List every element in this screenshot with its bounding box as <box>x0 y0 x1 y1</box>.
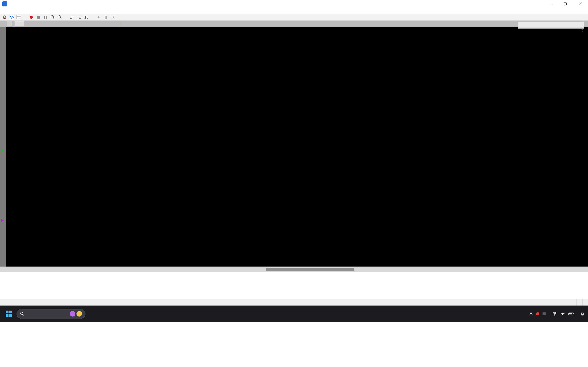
search-icon <box>20 312 24 316</box>
status-bar <box>0 299 588 306</box>
zoom-in-icon <box>50 15 55 19</box>
scrollbar-thumb[interactable] <box>266 268 355 271</box>
pause-icon <box>44 16 47 19</box>
minimize-button[interactable] <box>543 0 558 8</box>
close-button[interactable] <box>573 0 588 8</box>
scroll-down-icon[interactable]: ▼ <box>581 30 583 33</box>
gear-icon: ⚙ <box>2 15 7 19</box>
legend-scrollbar[interactable]: ▲ ▼ <box>580 27 584 28</box>
pause-icon <box>104 16 107 19</box>
wifi-icon[interactable] <box>552 312 557 316</box>
tray-expand-icon[interactable] <box>529 313 533 315</box>
windows-taskbar <box>0 306 588 322</box>
watch-table-button[interactable] <box>16 15 22 20</box>
minimize-icon <box>548 2 552 6</box>
sampling-start-button[interactable] <box>28 15 34 20</box>
stop-icon <box>37 16 40 19</box>
taskbar-search-box[interactable] <box>17 309 86 319</box>
trigger-rising-button[interactable] <box>69 15 75 20</box>
horizontal-settings[interactable] <box>7 21 12 26</box>
oscilloscope-canvas[interactable] <box>6 27 588 267</box>
legend-panel[interactable]: ▲ ▼ <box>518 22 584 29</box>
sampling-stop-button[interactable] <box>36 15 41 20</box>
target-restart-button[interactable] <box>110 15 116 20</box>
volume-muted-icon[interactable] <box>561 312 565 316</box>
zoom-out-button[interactable] <box>57 15 62 20</box>
trigger-cursor-line[interactable] <box>121 21 121 27</box>
app-logo-icon <box>2 1 7 6</box>
tray-app-dark-icon[interactable] <box>543 312 546 315</box>
notification-bell-icon[interactable] <box>580 311 585 316</box>
search-trending-icons <box>70 311 82 317</box>
buffer-status <box>582 299 588 306</box>
close-icon <box>579 2 582 6</box>
legend-entries <box>519 27 584 28</box>
legend-title <box>519 22 584 27</box>
jscope-window: ⚙ <box>0 0 588 367</box>
scroll-up-icon[interactable]: ▲ <box>581 27 583 30</box>
trigger-falling-button[interactable] <box>77 15 82 20</box>
start-button[interactable] <box>3 308 14 319</box>
menu-bar <box>0 8 588 14</box>
target-play-button[interactable] <box>96 15 102 20</box>
trigger-both-button[interactable] <box>84 15 89 20</box>
title-bar <box>0 0 588 8</box>
plot-area <box>0 27 588 267</box>
trigger-falling-icon <box>77 15 82 19</box>
empty-area <box>0 274 588 299</box>
battery-icon[interactable] <box>568 312 574 315</box>
hss-status <box>577 299 582 306</box>
play-icon <box>97 16 100 19</box>
settings-button[interactable]: ⚙ <box>2 15 7 20</box>
yaw-trace-marker-icon[interactable] <box>1 150 4 153</box>
search-hot-icon-2[interactable] <box>77 311 82 317</box>
target-pause-button[interactable] <box>103 15 109 20</box>
set-trace-marker-icon[interactable] <box>1 219 4 222</box>
trace-marker-gutter <box>0 27 6 267</box>
tray-app-red-icon[interactable] <box>536 312 539 315</box>
skip-start-icon <box>111 16 115 19</box>
maximize-icon <box>564 2 567 6</box>
waveform-view-button[interactable] <box>9 15 15 20</box>
maximize-button[interactable] <box>558 0 573 8</box>
sampling-pause-button[interactable] <box>43 15 48 20</box>
search-hot-icon-1[interactable] <box>70 311 75 317</box>
grid-icon <box>17 15 21 19</box>
zoom-out-icon <box>57 15 62 19</box>
horizontal-info-bar <box>0 21 588 27</box>
zoom-in-button[interactable] <box>50 15 55 20</box>
trigger-rising-icon <box>70 15 74 19</box>
cursor-time-readout[interactable] <box>14 21 24 26</box>
toolbar: ⚙ <box>0 14 588 21</box>
system-tray <box>529 311 585 316</box>
plot-horizontal-scrollbar[interactable] <box>0 267 588 272</box>
waveform-icon <box>9 15 14 19</box>
record-icon <box>30 16 33 19</box>
trigger-both-icon <box>84 15 89 19</box>
windows-logo-icon <box>6 311 12 317</box>
